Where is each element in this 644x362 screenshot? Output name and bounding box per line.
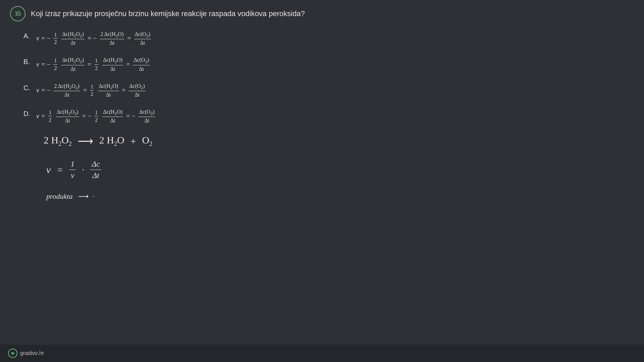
frac-1-2-c2: 1 2	[90, 83, 94, 97]
rate-dot: ·	[82, 165, 84, 175]
footer: gradivo.hr	[0, 345, 644, 362]
badge-number: 35	[15, 10, 21, 17]
question-text: Koji izraz prikazuje prosječnu brzinu ke…	[31, 9, 305, 18]
reaction-right1: 2 H2O	[99, 134, 124, 147]
frac-deltac-o2-c2: Δc(O2) Δt	[128, 83, 145, 98]
v-symbol-c: v	[36, 86, 39, 94]
option-c-label: C.	[23, 83, 33, 92]
reaction-right2: O2	[142, 134, 153, 147]
reaction-arrow: ⟶	[78, 135, 93, 147]
rate-frac-deltac-deltat: Δc Δt	[90, 160, 101, 180]
footer-brand: gradivo.hr	[20, 350, 44, 356]
question-badge: 35	[10, 6, 25, 21]
header: 35 Koji izraz prikazuje prosječnu brzinu…	[0, 0, 644, 27]
frac-2deltac-h2o2-c1: 2 Δc(H2O2) Δt	[53, 83, 80, 98]
produkta-text: produkta	[46, 192, 73, 201]
rate-formula: ν = 1 ν · Δc Δt	[46, 160, 621, 180]
frac-1-2-b2: 1 2	[94, 57, 98, 71]
option-b-label: B.	[23, 57, 33, 66]
footer-logo: gradivo.hr	[8, 349, 44, 358]
produkta-dot: ·	[93, 192, 95, 201]
option-a-label: A.	[23, 31, 33, 40]
option-c: C. v = − 2 Δc(H2O2) Δt = 1 2 Δc(H2O) Δt …	[23, 83, 621, 98]
frac-deltac-h2o-b2: Δc(H2O) Δt	[102, 57, 123, 72]
frac-1-2-d1: 1 2	[48, 109, 52, 123]
frac-deltac-h2o2-d1: Δc(H2O2) Δt	[56, 109, 79, 124]
option-a: A. v = − 1 2 Δc(H2O2) Δt = − 2 Δc(H2O) Δ…	[23, 31, 621, 46]
main-content: A. v = − 1 2 Δc(H2O2) Δt = − 2 Δc(H2O) Δ…	[0, 27, 644, 207]
rate-frac-1-nu: 1 ν	[69, 160, 76, 180]
rate-equals: =	[57, 165, 63, 175]
v-symbol: v	[36, 35, 39, 42]
option-d-label: D.	[23, 109, 33, 118]
frac-deltac-h2o-c2: Δc(H2O) Δt	[98, 83, 119, 98]
frac-deltac-h2o2-a1: Δc(H2O2) Δt	[61, 31, 85, 46]
option-a-formula: v = − 1 2 Δc(H2O2) Δt = − 2 Δc(H2O) Δt =…	[36, 31, 152, 46]
frac-deltac-o2-a1: Δc(O2) Δt	[134, 31, 151, 46]
rate-v-symbol: ν	[46, 164, 51, 176]
produkta-arrow: ⟶	[77, 192, 88, 201]
frac-deltac-o2-d2: Δc(O2) Δt	[139, 109, 155, 124]
reaction-section: 2 H2O2 ⟶ 2 H2O + O2 ν = 1 ν · Δc Δt prod…	[44, 134, 621, 201]
frac-1-2-d2: 1 2	[94, 109, 98, 123]
produkta-line: produkta ⟶ ·	[46, 192, 621, 201]
frac-deltac-o2-b2: Δc(O2) Δt	[133, 57, 150, 72]
option-c-formula: v = − 2 Δc(H2O2) Δt = 1 2 Δc(H2O) Δt = Δ…	[36, 83, 147, 98]
reaction-left: 2 H2O2	[44, 134, 72, 147]
frac-deltac-h2o2-b1: Δc(H2O2) Δt	[61, 57, 85, 72]
gradivo-logo-icon	[8, 349, 17, 358]
frac-1-2-b1: 1 2	[53, 57, 57, 71]
frac-deltac-h2o-d2: Δc(H2O) Δt	[102, 109, 123, 124]
reaction-equation: 2 H2O2 ⟶ 2 H2O + O2	[44, 134, 621, 147]
frac-1-2-a1: 1 2	[53, 32, 57, 45]
v-symbol-d: v	[36, 112, 39, 120]
option-d-formula: v = 1 2 Δc(H2O2) Δt = − 1 2 Δc(H2O) Δt =…	[36, 109, 156, 124]
option-d: D. v = 1 2 Δc(H2O2) Δt = − 1 2 Δc(H2O) Δ…	[23, 109, 621, 124]
option-b: B. v = − 1 2 Δc(H2O2) Δt = 1 2 Δc(H2O) Δ…	[23, 57, 621, 72]
frac-2deltac-h2o-a1: 2 Δc(H2O) Δt	[100, 31, 124, 46]
v-symbol-b: v	[36, 61, 39, 68]
option-b-formula: v = − 1 2 Δc(H2O2) Δt = 1 2 Δc(H2O) Δt =…	[36, 57, 151, 72]
reaction-plus: +	[130, 135, 136, 147]
